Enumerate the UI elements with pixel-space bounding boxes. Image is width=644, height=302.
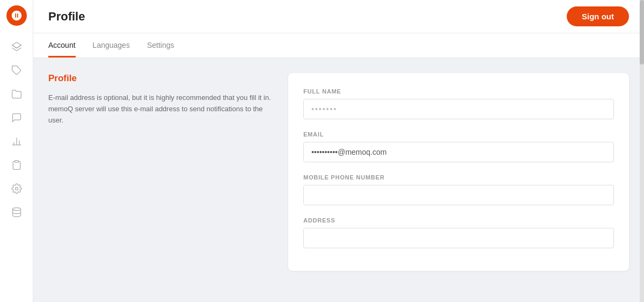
comments-icon[interactable] [6,107,27,128]
svg-line-2 [17,48,21,51]
page-content: Profile E-mail address is optional, but … [33,58,644,302]
email-group: EMAIL [303,131,614,162]
page-title: Profile [48,10,85,24]
sign-out-button[interactable]: Sign out [567,6,629,26]
tab-account[interactable]: Account [48,33,76,57]
svg-point-10 [12,208,20,211]
svg-rect-8 [14,161,18,162]
scrollbar-thumb[interactable] [640,0,644,64]
profile-description: E-mail address is optional, but it is hi… [48,92,275,126]
email-label: EMAIL [303,131,614,138]
address-group: ADDRESS [303,217,614,248]
mobile-phone-input[interactable] [303,185,614,205]
mobile-phone-group: MOBILE PHONE NUMBER [303,174,614,205]
scrollbar-track[interactable] [640,0,644,302]
address-label: ADDRESS [303,217,614,224]
gear-icon[interactable] [6,178,27,199]
tab-settings[interactable]: Settings [147,33,174,57]
main-content: Profile Sign out Account Languages Setti… [33,0,644,302]
layers-icon[interactable] [6,37,27,57]
left-panel: Profile E-mail address is optional, but … [48,73,275,271]
content-grid: Profile E-mail address is optional, but … [48,73,629,271]
full-name-input[interactable] [303,99,614,119]
svg-point-9 [15,188,18,190]
full-name-label: FULL NAME [303,88,614,95]
tab-languages[interactable]: Languages [93,33,130,57]
profile-form: FULL NAME EMAIL MOBILE PHONE NUMBER ADDR… [288,73,629,271]
folder-icon[interactable] [6,84,27,104]
app-logo[interactable] [6,5,27,26]
tag-icon[interactable] [6,60,27,81]
tab-bar: Account Languages Settings [33,33,644,58]
address-input[interactable] [303,228,614,248]
section-title: Profile [48,73,275,84]
email-input[interactable] [303,142,614,162]
svg-marker-0 [12,42,21,48]
sidebar [0,0,33,302]
full-name-group: FULL NAME [303,88,614,119]
database-icon[interactable] [6,202,27,222]
svg-line-1 [12,48,16,51]
clipboard-icon[interactable] [6,155,27,175]
header: Profile Sign out [33,0,644,33]
mobile-phone-label: MOBILE PHONE NUMBER [303,174,614,181]
chart-icon[interactable] [6,131,27,152]
